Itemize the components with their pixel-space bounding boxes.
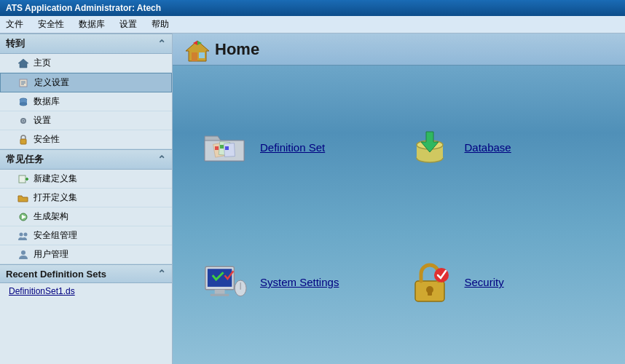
system-settings-icon xyxy=(202,259,248,306)
sidebar-item-security[interactable]: 安全性 xyxy=(0,130,172,149)
content-title: Home xyxy=(215,40,259,59)
sidebar-label-settings: 设置 xyxy=(34,114,51,127)
open-def-icon xyxy=(17,192,29,204)
grid-item-security[interactable]: Security xyxy=(406,222,597,342)
svg-point-7 xyxy=(20,103,27,106)
definition-set-label: Definition Set xyxy=(260,141,325,154)
svg-point-16 xyxy=(20,232,23,236)
main-layout: 转到 ⌃ 主页 定义设置 xyxy=(0,33,625,364)
definition-icon xyxy=(18,77,30,89)
sidebar-label-definition: 定义设置 xyxy=(34,76,69,89)
sidebar: 转到 ⌃ 主页 定义设置 xyxy=(0,33,173,364)
svg-rect-37 xyxy=(211,293,229,296)
content-header: Home xyxy=(173,33,625,66)
security-label: Security xyxy=(465,276,504,288)
sidebar-label-generate: 生成架构 xyxy=(34,210,68,223)
menu-database[interactable]: 数据库 xyxy=(76,17,108,31)
titlebar: ATS Application Administrator: Atech xyxy=(0,0,625,16)
grid-item-system-settings[interactable]: System Settings xyxy=(202,222,392,342)
sidebar-item-generate[interactable]: 生成架构 xyxy=(0,207,172,226)
sidebar-label-new-def: 新建定义集 xyxy=(34,173,77,185)
svg-rect-28 xyxy=(220,145,224,149)
sidebar-label-user-mgmt: 用户管理 xyxy=(34,248,68,261)
security-nav-icon xyxy=(17,134,29,146)
svg-point-43 xyxy=(434,268,449,282)
goto-label: 转到 xyxy=(6,37,25,50)
database-nav-icon xyxy=(17,96,29,108)
settings-nav-icon xyxy=(17,115,29,127)
menu-file[interactable]: 文件 xyxy=(3,17,26,31)
svg-rect-27 xyxy=(215,146,219,150)
database-label: Database xyxy=(465,141,511,154)
sidebar-label-home: 主页 xyxy=(34,57,51,69)
menu-help[interactable]: 帮助 xyxy=(149,17,172,31)
svg-point-9 xyxy=(23,119,25,122)
group-mgmt-icon xyxy=(17,230,29,242)
recent-chevron-icon: ⌃ xyxy=(157,268,166,280)
content-area: Home xyxy=(173,33,625,364)
content-grid: Definition Set Database xyxy=(173,66,625,364)
tasks-section-header[interactable]: 常见任务 ⌃ xyxy=(0,149,172,170)
generate-icon xyxy=(17,211,29,223)
svg-rect-42 xyxy=(428,290,432,296)
sidebar-label-database: 数据库 xyxy=(34,95,60,108)
sidebar-item-user-mgmt[interactable]: 用户管理 xyxy=(0,245,172,264)
goto-chevron-icon: ⌃ xyxy=(157,38,166,50)
svg-marker-0 xyxy=(18,59,28,68)
menu-security[interactable]: 安全性 xyxy=(35,17,67,31)
grid-item-definition-set[interactable]: Definition Set xyxy=(202,87,392,207)
svg-point-17 xyxy=(24,232,28,236)
svg-rect-11 xyxy=(19,175,25,183)
sidebar-item-settings[interactable]: 设置 xyxy=(0,111,172,130)
home-icon xyxy=(17,58,29,69)
recent-item-label-0: DefinitionSet1.ds xyxy=(9,286,75,296)
svg-rect-20 xyxy=(192,52,197,61)
sidebar-label-security: 安全性 xyxy=(34,133,60,146)
sidebar-item-group-mgmt[interactable]: 安全组管理 xyxy=(0,226,172,245)
menubar: 文件 安全性 数据库 设置 帮助 xyxy=(0,16,625,33)
user-mgmt-icon xyxy=(17,249,29,261)
database-content-icon xyxy=(406,124,453,171)
sidebar-item-new-def[interactable]: 新建定义集 xyxy=(0,170,172,189)
sidebar-item-database[interactable]: 数据库 xyxy=(0,92,172,111)
security-content-icon xyxy=(406,259,453,306)
new-def-icon xyxy=(17,173,29,185)
sidebar-item-definition[interactable]: 定义设置 xyxy=(0,73,172,92)
svg-rect-21 xyxy=(199,52,205,58)
definition-set-icon xyxy=(202,124,248,171)
grid-item-database[interactable]: Database xyxy=(406,87,597,207)
sidebar-item-open-def[interactable]: 打开定义集 xyxy=(0,189,172,207)
recent-section-header[interactable]: Recent Definition Sets ⌃ xyxy=(0,264,172,283)
svg-rect-36 xyxy=(215,289,225,293)
recent-label: Recent Definition Sets xyxy=(6,269,106,280)
goto-section-header[interactable]: 转到 ⌃ xyxy=(0,33,172,54)
system-settings-label: System Settings xyxy=(260,276,339,288)
sidebar-label-open-def: 打开定义集 xyxy=(34,191,77,204)
tasks-chevron-icon: ⌃ xyxy=(157,154,166,165)
svg-rect-10 xyxy=(20,139,26,144)
sidebar-label-group-mgmt: 安全组管理 xyxy=(34,229,77,242)
tasks-label: 常见任务 xyxy=(6,153,44,166)
menu-settings[interactable]: 设置 xyxy=(117,17,140,31)
svg-rect-29 xyxy=(225,146,229,150)
sidebar-item-home[interactable]: 主页 xyxy=(0,54,172,73)
svg-point-18 xyxy=(21,250,25,255)
titlebar-text: ATS Application Administrator: Atech xyxy=(6,3,161,13)
recent-item-0[interactable]: DefinitionSet1.ds xyxy=(0,283,172,299)
home-header-icon xyxy=(184,39,208,60)
